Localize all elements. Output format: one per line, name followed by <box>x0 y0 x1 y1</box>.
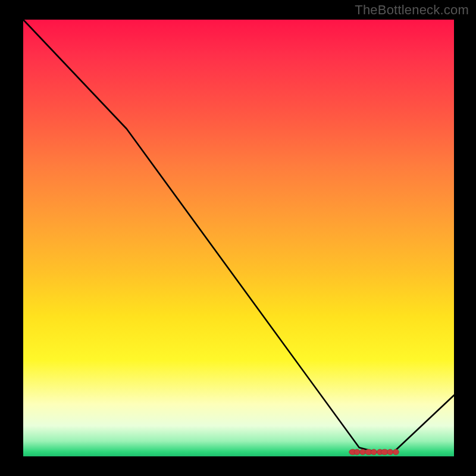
chart-container: TheBottleneck.com <box>0 0 476 476</box>
bottleneck-curve <box>23 20 454 452</box>
optimal-marker <box>393 449 399 455</box>
optimal-marker <box>371 449 377 455</box>
plot-area <box>21 18 456 458</box>
chart-svg <box>23 20 454 456</box>
marker-cluster <box>349 449 399 455</box>
optimal-marker <box>354 449 360 455</box>
optimal-marker <box>387 449 393 455</box>
watermark-text: TheBottleneck.com <box>355 2 469 18</box>
